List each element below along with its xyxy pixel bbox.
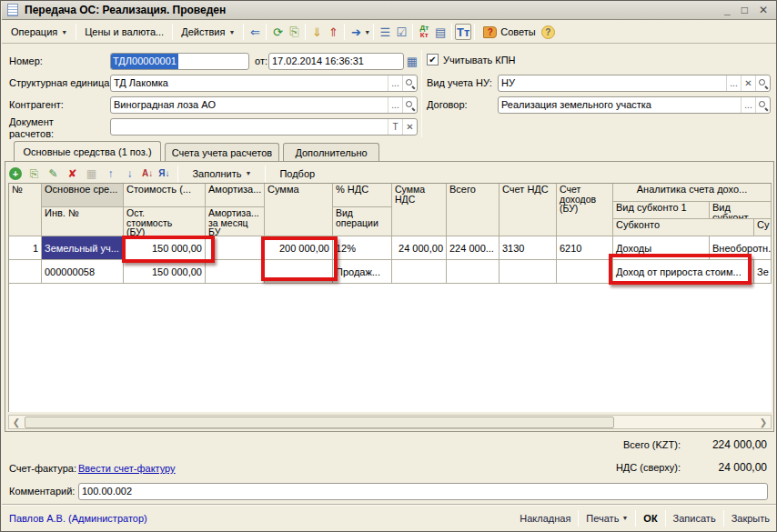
text-edit-button[interactable]: T [388, 119, 402, 135]
save-button[interactable]: Записать [673, 513, 716, 524]
cell-total-2[interactable] [447, 260, 500, 284]
counterparty-input[interactable]: Виноградная лоза АО ... [110, 96, 418, 114]
open-button[interactable] [402, 75, 417, 91]
prices-currency-button[interactable]: Цены и валюта... [79, 25, 169, 39]
help-icon[interactable]: ? [541, 25, 555, 39]
cell-op-type[interactable]: Продаж... [333, 260, 392, 284]
col-header-vat-sum[interactable]: Сумма НДС [392, 184, 447, 236]
nu-type-input[interactable]: НУ ... ✕ [498, 75, 771, 92]
col-header-total[interactable]: Всего [447, 184, 500, 236]
cell-vat-sum[interactable]: 24 000,00 [392, 236, 447, 260]
cell-vat-pct[interactable]: 12% [333, 236, 392, 260]
scroll-right-icon[interactable]: ❯ [756, 416, 771, 428]
contract-input[interactable]: Реализация земельного участка ... [498, 96, 771, 114]
choose-button[interactable]: ... [741, 97, 755, 113]
cell-inv[interactable]: 000000058 [42, 260, 124, 284]
date-input[interactable]: 17.02.2014 16:36:31 [268, 53, 404, 70]
structure-list-icon[interactable]: ☰ [377, 24, 393, 40]
close-icon[interactable]: ✕ [759, 4, 768, 16]
copy-row-icon[interactable]: ⎘ [27, 166, 41, 180]
comment-input[interactable]: 100.00.002 [78, 483, 768, 500]
refill-document-icon[interactable]: ⇐ [247, 24, 263, 40]
col-header-amort-month[interactable]: Амортиза... за месяц БУ [206, 207, 265, 236]
print-button[interactable]: Печать ▼ [586, 513, 628, 524]
enter-invoice-link[interactable]: Ввести счет-фактуру [78, 463, 176, 474]
move-down-icon[interactable]: ↓ [123, 166, 136, 180]
col-header-cost[interactable]: Стоимость (... [124, 184, 206, 207]
open-button[interactable] [755, 97, 770, 113]
col-header-vat-account[interactable]: Счет НДС [500, 184, 557, 236]
pick-button[interactable]: Подбор [274, 166, 320, 181]
move-up-icon[interactable]: ↑ [104, 166, 117, 180]
refresh-icon[interactable]: ⟳ [269, 24, 286, 40]
end-edit-icon[interactable]: ▦ [85, 166, 98, 180]
col-header-amort[interactable]: Амортиза... [206, 184, 265, 207]
cell-amort-month[interactable] [206, 260, 265, 284]
minimize-icon[interactable]: _ [724, 4, 731, 16]
col-header-subkonto[interactable]: Субконто [613, 219, 754, 236]
add-row-icon[interactable]: + [9, 167, 22, 180]
sort-asc-icon[interactable]: А↓ [142, 168, 153, 178]
cell-income-account[interactable]: 6210 [557, 236, 613, 260]
cell-income-account-2[interactable] [557, 260, 613, 284]
clear-button[interactable]: ✕ [402, 119, 417, 135]
ok-button[interactable]: ОК [643, 513, 657, 524]
kpn-checkbox[interactable]: ✔ [427, 54, 439, 65]
report-icon[interactable]: ▤ [432, 24, 449, 40]
clear-button[interactable]: ✕ [741, 75, 755, 91]
structural-unit-input[interactable]: ТД Лакомка ... [110, 75, 418, 92]
settlement-doc-input[interactable]: T ✕ [110, 118, 418, 136]
font-toggle-button[interactable]: Тт [455, 24, 471, 40]
col-header-num[interactable]: № [9, 184, 42, 236]
post-document-icon[interactable]: ⇓ [308, 24, 325, 40]
choose-button[interactable]: ... [726, 75, 741, 91]
tab-settlement-accounts[interactable]: Счета учета расчетов [165, 143, 279, 161]
delete-row-icon[interactable]: ✘ [66, 166, 79, 180]
open-button[interactable] [402, 97, 417, 113]
scroll-left-icon[interactable]: ❮ [9, 416, 24, 428]
choose-button[interactable]: ... [388, 75, 402, 91]
cell-subkonto2[interactable]: Зе [754, 260, 772, 284]
cell-total[interactable]: 224 000... [447, 236, 500, 260]
maximize-icon[interactable]: □ [742, 4, 748, 16]
col-header-subkonto-type1[interactable]: Вид субконто 1 [613, 202, 710, 219]
col-header-vat-pct[interactable]: % НДС [333, 184, 392, 207]
close-button[interactable]: Закрыть [732, 513, 770, 524]
col-header-sum[interactable]: Сумма [265, 184, 333, 236]
sort-desc-icon[interactable]: Я↓ [158, 168, 169, 178]
cell-row-num-2[interactable] [9, 260, 42, 284]
waybill-button[interactable]: Накладная [520, 513, 570, 524]
unpost-document-icon[interactable]: ⇑ [325, 24, 341, 40]
operation-menu-button[interactable]: Операция ▼ [5, 25, 73, 39]
table-empty-area[interactable] [9, 284, 772, 412]
cell-asset[interactable]: Земельный уч... [42, 236, 124, 260]
col-header-subkonto-type2[interactable]: Вид субконт... [710, 202, 772, 219]
debit-credit-icon[interactable]: Дт Кт [416, 25, 432, 39]
horizontal-scrollbar[interactable]: ❮ ❯ [8, 415, 772, 429]
list-settings-icon[interactable]: ☑ [393, 24, 409, 40]
tips-button[interactable]: ? Советы [478, 25, 540, 40]
col-header-op-type[interactable]: Вид операции [333, 207, 392, 236]
tab-additional[interactable]: Дополнительно [283, 143, 379, 161]
col-header-inv[interactable]: Инв. № [42, 207, 124, 236]
open-button[interactable] [755, 75, 770, 91]
scrollbar-thumb[interactable] [25, 417, 614, 428]
cell-vat-account[interactable]: 3130 [500, 236, 557, 260]
col-header-subkonto2[interactable]: Су [754, 219, 772, 236]
tab-fixed-assets[interactable]: Основные средства (1 поз.) [14, 141, 161, 161]
cell-row-num[interactable]: 1 [9, 236, 42, 260]
col-header-asset[interactable]: Основное сре... [42, 184, 124, 207]
col-group-analytics[interactable]: Аналитика счета дохо... [613, 184, 772, 202]
cell-vat-account-2[interactable] [500, 260, 557, 284]
actions-menu-button[interactable]: Действия ▼ [176, 25, 240, 39]
cell-vat-sum-2[interactable] [392, 260, 447, 284]
fill-menu-button[interactable]: Заполнить ▼ [187, 166, 257, 181]
edit-row-icon[interactable]: ✎ [46, 166, 60, 180]
goto-icon[interactable]: ➔ [348, 24, 364, 40]
col-header-income-account[interactable]: Счет доходов (БУ) [557, 184, 613, 236]
calendar-icon[interactable]: ▦ [404, 53, 420, 69]
number-input[interactable]: ТДЛ00000001 [110, 53, 249, 70]
cell-residual[interactable]: 150 000,00 [124, 260, 206, 284]
col-header-residual[interactable]: Ост. стоимость (БУ) [124, 207, 206, 236]
choose-button[interactable]: ... [388, 97, 402, 113]
